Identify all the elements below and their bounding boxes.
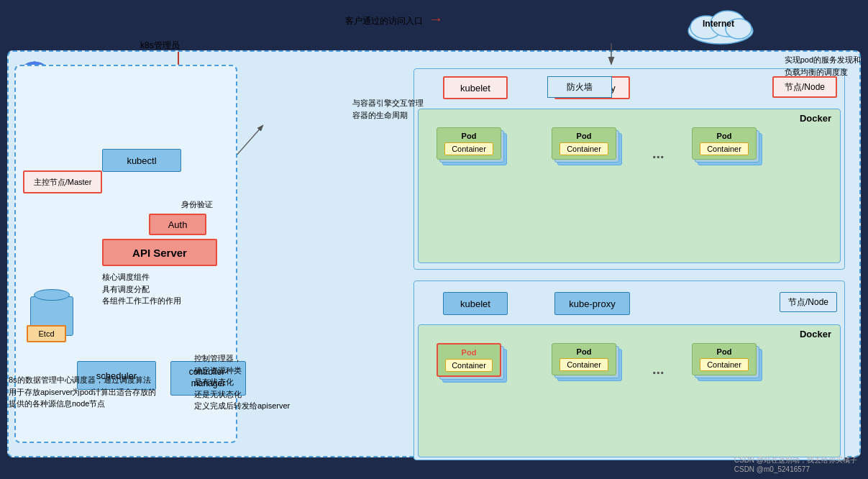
pod-block-2: Pod Container (552, 127, 616, 160)
pod5-label: Pod (559, 347, 608, 356)
master-label: 主控节点/Master (23, 170, 102, 193)
etcd-label: Etcd (27, 325, 66, 342)
pod-block-3: Pod Container (692, 127, 757, 160)
ellipsis-bottom: ... (652, 361, 664, 378)
pod-block-6: Pod Container (692, 343, 757, 375)
pod2-container: Container (559, 142, 608, 155)
docker-label-top: Docker (800, 113, 831, 124)
pod3-container: Container (700, 142, 749, 155)
pod-block-5: Pod Container (552, 343, 616, 375)
ellipsis-top: ... (652, 145, 664, 162)
node-bottom-area: kubelet kube-proxy 节点/Node 容器集合 Docker P (414, 280, 845, 460)
pod1-container: Container (444, 142, 493, 155)
etcd-desc: 8s的数据管理中心 用于存放apiserver 提供的各种源信息 (9, 374, 73, 410)
watermark: CSDN @站在这别动，我去给你买橘子 CSDN @m0_52416577 (734, 455, 857, 473)
node-top-area: kubelet kube-proxy 节点/Node 防火墙 Docker (414, 68, 845, 270)
apiserver-box: API Server (102, 239, 217, 266)
kubectl-box: kubectl (102, 149, 181, 172)
pod6-label: Pod (700, 347, 749, 356)
api-desc: 核心调度组件 具有调度分配 各组件工作工作的作用 (102, 271, 181, 307)
main-container: Internet 客户通过的访问入口 → k8s管理员 (0, 0, 868, 479)
docker-area-bottom: Docker Pod Container (418, 324, 841, 457)
k8s-admin-label: k8s管理员 (140, 40, 180, 52)
identity-verify-label: 身份验证 (181, 199, 213, 210)
firewall-box: 防火墙 (547, 76, 612, 98)
pod5-container: Container (559, 358, 608, 371)
access-entry-label: 客户通过的访问入口 → (345, 9, 443, 29)
pod6-container: Container (700, 358, 749, 371)
node-label-top: 节点/Node (772, 76, 837, 98)
pod3-label: Pod (700, 132, 749, 140)
kubelet-top: kubelet (443, 76, 508, 99)
controller-desc: 控制管理器， 确定资源种类 是有状态化 还是无状态化 定义完成后转发给apise… (194, 352, 290, 412)
pod1-label: Pod (444, 132, 493, 140)
scheduler-desc: 调度器，通过调度算法 为pod计算出适合存放的 node节点 (72, 374, 156, 410)
pod2-label: Pod (559, 132, 608, 140)
auth-box: Auth (149, 214, 206, 235)
internet-label: Internet (703, 19, 734, 29)
docker-area-top: Docker Pod Container (418, 109, 841, 263)
internet-cloud: Internet (685, 6, 757, 48)
kubeproxy-desc: 实现pod的服务发现和 负载均衡的调度度 (785, 54, 861, 78)
kubeproxy-bottom: kube-proxy (554, 292, 630, 315)
container-engine-label: 与容器引擎交互管理 容器的生命周期 (352, 97, 424, 121)
pod4-container: Container (445, 359, 493, 372)
docker-label-bottom: Docker (800, 329, 831, 339)
kubelet-bottom: kubelet (443, 292, 508, 315)
node-label-bottom: 节点/Node (780, 292, 837, 312)
pod-block-1: Pod Container (437, 127, 501, 160)
pod4-label: Pod (445, 348, 493, 357)
pod-block-4: Pod Container (437, 343, 501, 377)
